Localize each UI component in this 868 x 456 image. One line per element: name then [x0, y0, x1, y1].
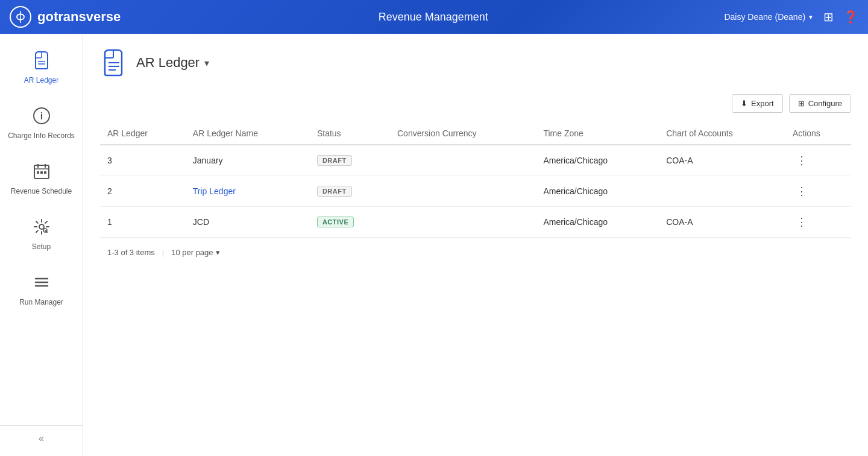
pagination-summary: 1-3 of 3 items — [107, 248, 155, 257]
col-header-status: Status — [310, 122, 390, 145]
sidebar-label-charge-info-records: Charge Info Records — [8, 131, 75, 140]
table-row: 2Trip LedgerDRAFTAmerica/Chicago⋮ — [100, 176, 851, 207]
row-actions-button[interactable]: ⋮ — [793, 214, 811, 230]
user-name: Daisy Deane (Deane) — [724, 12, 805, 22]
table-body: 3JanuaryDRAFTAmerica/ChicagoCOA-A⋮2Trip … — [100, 145, 851, 238]
charge-info-icon: i — [30, 104, 54, 128]
cell-actions[interactable]: ⋮ — [785, 176, 851, 207]
cell-ar-ledger-name[interactable]: Trip Ledger — [186, 176, 310, 207]
user-menu[interactable]: Daisy Deane (Deane) ▼ — [724, 12, 814, 22]
col-header-ar-ledger-name: AR Ledger Name — [186, 122, 310, 145]
sidebar-footer: « — [0, 425, 83, 451]
status-badge: DRAFT — [317, 186, 352, 197]
cell-chart-of-accounts: COA-A — [659, 145, 785, 176]
col-header-conversion-currency: Conversion Currency — [390, 122, 536, 145]
cell-chart-of-accounts: COA-A — [659, 207, 785, 238]
sidebar-item-revenue-schedule[interactable]: Revenue Schedule — [0, 150, 83, 205]
sidebar-item-charge-info-records[interactable]: i Charge Info Records — [0, 94, 83, 150]
revenue-schedule-icon — [30, 159, 54, 183]
cell-time-zone: America/Chicago — [536, 207, 659, 238]
pagination: 1-3 of 3 items | 10 per page ▾ — [100, 238, 851, 267]
col-header-actions: Actions — [785, 122, 851, 145]
setup-icon — [30, 215, 54, 239]
svg-text:i: i — [40, 111, 42, 121]
sidebar-item-ar-ledger[interactable]: AR Ledger — [0, 39, 83, 94]
sidebar-item-run-manager[interactable]: Run Manager — [0, 261, 83, 316]
sidebar-label-revenue-schedule: Revenue Schedule — [11, 187, 72, 195]
sidebar-item-setup[interactable]: Setup — [0, 205, 83, 261]
sidebar-label-ar-ledger: AR Ledger — [24, 76, 58, 84]
toolbar: ⬇ Export ⊞ Configure — [100, 94, 851, 113]
navbar: gotransverse Revenue Management Daisy De… — [0, 0, 868, 34]
cell-time-zone: America/Chicago — [536, 145, 659, 176]
cell-status: DRAFT — [310, 176, 390, 207]
page-title: AR Ledger — [136, 55, 200, 71]
ar-ledger-table: AR Ledger AR Ledger Name Status Conversi… — [100, 122, 851, 238]
export-label: Export — [751, 99, 774, 108]
cell-status: ACTIVE — [310, 207, 390, 238]
page-icon — [100, 48, 129, 77]
cell-conversion-currency — [390, 207, 536, 238]
grid-icon[interactable]: ⊞ — [823, 10, 834, 24]
row-actions-button[interactable]: ⋮ — [793, 183, 811, 199]
main-content: AR Ledger ▾ ⬇ Export ⊞ Configure AR Ledg… — [83, 34, 868, 456]
cell-conversion-currency — [390, 145, 536, 176]
navbar-right: Daisy Deane (Deane) ▼ ⊞ ❓ — [724, 10, 858, 24]
export-icon: ⬇ — [741, 99, 747, 108]
col-header-chart-of-accounts: Chart of Accounts — [659, 122, 785, 145]
main-layout: AR Ledger i Charge Info Records — [0, 34, 868, 456]
pagination-divider: | — [162, 248, 164, 257]
sidebar: AR Ledger i Charge Info Records — [0, 34, 83, 456]
cell-time-zone: America/Chicago — [536, 176, 659, 207]
cell-ar-ledger-name: JCD — [186, 207, 310, 238]
page-header: AR Ledger ▾ — [100, 48, 851, 77]
app-title: Revenue Management — [142, 11, 724, 24]
cell-ar-ledger: 2 — [100, 176, 186, 207]
ar-ledger-name-link[interactable]: Trip Ledger — [193, 186, 236, 196]
col-header-time-zone: Time Zone — [536, 122, 659, 145]
per-page-label: 10 per page — [171, 248, 213, 257]
row-actions-button[interactable]: ⋮ — [793, 153, 811, 168]
status-badge: ACTIVE — [317, 217, 354, 227]
svg-rect-10 — [37, 171, 39, 174]
configure-button[interactable]: ⊞ Configure — [789, 94, 851, 113]
run-manager-icon — [30, 270, 54, 294]
cell-status: DRAFT — [310, 145, 390, 176]
brand: gotransverse — [10, 6, 142, 28]
export-button[interactable]: ⬇ Export — [732, 94, 783, 113]
svg-rect-11 — [40, 171, 43, 174]
brand-name: gotransverse — [37, 9, 121, 25]
table-header: AR Ledger AR Ledger Name Status Conversi… — [100, 122, 851, 145]
per-page-select[interactable]: 10 per page ▾ — [171, 248, 219, 257]
cell-ar-ledger: 3 — [100, 145, 186, 176]
sidebar-label-setup: Setup — [32, 242, 51, 251]
configure-label: Configure — [808, 99, 842, 108]
cell-ar-ledger: 1 — [100, 207, 186, 238]
sidebar-collapse-button[interactable]: « — [39, 433, 44, 444]
svg-rect-12 — [44, 171, 46, 174]
sidebar-label-run-manager: Run Manager — [19, 298, 63, 306]
brand-logo-icon — [10, 6, 31, 28]
status-badge: DRAFT — [317, 155, 352, 166]
page-title-caret-icon[interactable]: ▾ — [204, 57, 209, 69]
page-title-wrap: AR Ledger ▾ — [136, 55, 209, 71]
cell-ar-ledger-name: January — [186, 145, 310, 176]
cell-chart-of-accounts — [659, 176, 785, 207]
per-page-caret-icon: ▾ — [216, 248, 220, 257]
table-row: 3JanuaryDRAFTAmerica/ChicagoCOA-A⋮ — [100, 145, 851, 176]
ar-ledger-icon — [30, 48, 54, 72]
cell-actions[interactable]: ⋮ — [785, 207, 851, 238]
user-caret-icon: ▼ — [808, 14, 814, 21]
col-header-ar-ledger: AR Ledger — [100, 122, 186, 145]
cell-actions[interactable]: ⋮ — [785, 145, 851, 176]
help-icon[interactable]: ❓ — [843, 10, 858, 24]
cell-conversion-currency — [390, 176, 536, 207]
table-row: 1JCDACTIVEAmerica/ChicagoCOA-A⋮ — [100, 207, 851, 238]
configure-icon: ⊞ — [798, 99, 805, 108]
svg-point-13 — [39, 224, 44, 229]
